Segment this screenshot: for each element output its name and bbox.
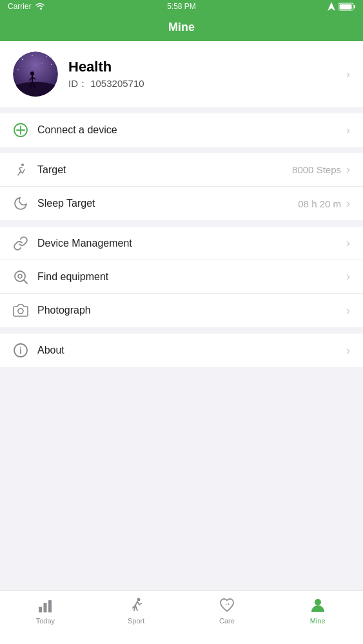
profile-id-value: 1053205710 (90, 78, 144, 89)
svg-rect-3 (340, 4, 352, 9)
device-management-label: Device Management (37, 238, 132, 249)
profile-chevron: › (346, 68, 350, 81)
sleep-target-label: Sleep Target (37, 198, 95, 209)
today-icon (36, 596, 54, 614)
find-equipment-item[interactable]: Find equipment › (0, 260, 363, 294)
tab-mine-label: Mine (310, 617, 326, 625)
profile-id-label: ID： (68, 78, 88, 89)
tab-sport-label: Sport (128, 617, 144, 625)
target-label: Target (37, 164, 66, 176)
device-section: Device Management › Find equipment › (0, 227, 363, 327)
care-icon: +4 (218, 596, 236, 614)
avatar (13, 52, 58, 97)
tab-mine[interactable]: Mine (272, 596, 363, 625)
connect-chevron: › (346, 124, 350, 137)
about-icon (13, 343, 28, 358)
photograph-item[interactable]: Photograph › (0, 294, 363, 327)
status-bar: Carrier 5:58 PM (0, 0, 363, 13)
connect-device-label: Connect a device (37, 124, 117, 136)
find-equipment-icon (13, 269, 28, 285)
find-equipment-chevron: › (346, 270, 350, 283)
svg-point-12 (30, 71, 34, 75)
location-icon (328, 2, 335, 11)
svg-point-9 (41, 62, 42, 63)
target-icon (13, 162, 28, 178)
device-management-item[interactable]: Device Management › (0, 227, 363, 260)
target-value: 8000 Steps (292, 164, 341, 175)
about-label: About (37, 345, 64, 356)
tab-today[interactable]: Today (0, 596, 91, 625)
photograph-chevron: › (346, 304, 350, 317)
profile-section[interactable]: Health ID： 1053205710 › (0, 41, 363, 107)
svg-point-11 (13, 82, 58, 97)
settings-section: Target 8000 Steps › Sleep Target 08 h 20… (0, 153, 363, 220)
svg-point-7 (51, 64, 52, 65)
svg-point-10 (17, 69, 19, 70)
tab-care[interactable]: +4 Care (182, 596, 273, 625)
tab-today-label: Today (36, 617, 55, 625)
svg-point-34 (315, 599, 321, 605)
find-equipment-label: Find equipment (37, 271, 108, 283)
svg-point-23 (18, 274, 22, 278)
svg-rect-2 (354, 5, 355, 8)
sleep-target-item[interactable]: Sleep Target 08 h 20 m › (0, 187, 363, 220)
sleep-target-chevron: › (346, 197, 350, 211)
svg-point-25 (18, 308, 23, 314)
target-item[interactable]: Target 8000 Steps › (0, 153, 363, 187)
svg-point-5 (22, 59, 23, 60)
svg-point-21 (21, 164, 24, 166)
photograph-label: Photograph (37, 305, 91, 316)
header-title: Mine (168, 21, 195, 34)
svg-rect-29 (39, 607, 42, 612)
wifi-icon (35, 3, 45, 10)
profile-id: ID： 1053205710 (68, 78, 144, 90)
svg-rect-30 (44, 603, 47, 612)
target-chevron: › (346, 163, 350, 176)
sleep-target-value: 08 h 20 m (298, 198, 341, 209)
sport-icon (127, 596, 145, 614)
connect-icon (13, 122, 28, 138)
svg-line-24 (24, 279, 28, 283)
svg-marker-0 (328, 2, 335, 11)
connect-section: Connect a device › (0, 113, 363, 147)
tab-bar: Today Sport +4 Care (0, 591, 363, 644)
sleep-icon (13, 196, 28, 211)
svg-rect-31 (48, 600, 52, 612)
svg-text:+4: +4 (225, 602, 230, 606)
tab-care-label: Care (219, 617, 235, 625)
connect-device-item[interactable]: Connect a device › (0, 113, 363, 147)
about-section: About › (0, 334, 363, 367)
device-management-chevron: › (346, 236, 350, 250)
status-time: 5:58 PM (167, 2, 196, 11)
svg-point-8 (32, 55, 32, 55)
device-management-icon (13, 236, 28, 251)
about-item[interactable]: About › (0, 334, 363, 367)
tab-sport[interactable]: Sport (91, 596, 182, 625)
photograph-icon (13, 303, 28, 318)
svg-point-32 (137, 598, 141, 601)
mine-icon (309, 596, 327, 614)
about-chevron: › (346, 344, 350, 357)
carrier-label: Carrier (8, 2, 32, 11)
app-header: Mine (0, 13, 363, 41)
svg-point-6 (46, 56, 47, 57)
battery-icon (338, 3, 355, 11)
profile-name: Health (68, 59, 144, 75)
